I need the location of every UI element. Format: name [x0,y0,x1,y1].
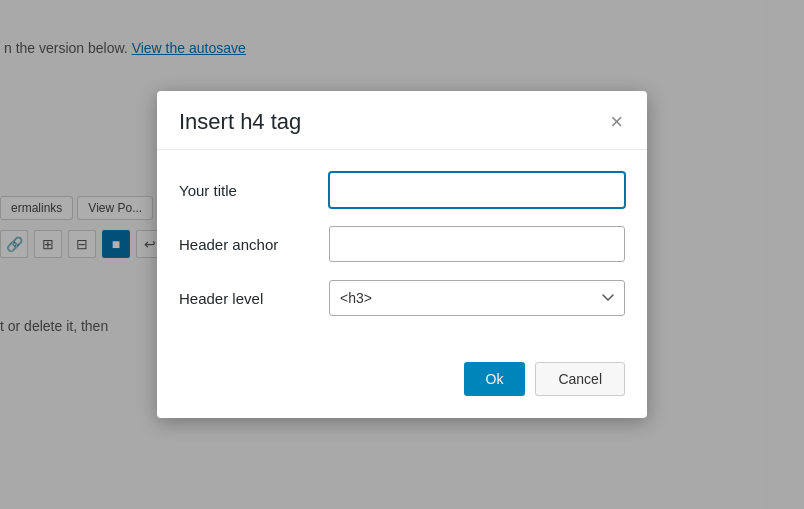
title-input[interactable] [329,172,625,208]
title-row: Your title [179,172,625,208]
anchor-input[interactable] [329,226,625,262]
title-label: Your title [179,182,329,199]
anchor-row: Header anchor [179,226,625,262]
level-row: Header level <h1> <h2> <h3> <h4> <h5> <h… [179,280,625,316]
dialog-footer: Ok Cancel [157,352,647,418]
dialog-close-button[interactable]: × [608,111,625,133]
anchor-label: Header anchor [179,236,329,253]
ok-button[interactable]: Ok [464,362,526,396]
insert-h4-dialog: Insert h4 tag × Your title Header anchor… [157,91,647,418]
cancel-button[interactable]: Cancel [535,362,625,396]
dialog-header: Insert h4 tag × [157,91,647,150]
dialog-title: Insert h4 tag [179,109,301,135]
level-label: Header level [179,290,329,307]
modal-overlay: Insert h4 tag × Your title Header anchor… [0,0,804,509]
level-select[interactable]: <h1> <h2> <h3> <h4> <h5> <h6> [329,280,625,316]
dialog-body: Your title Header anchor Header level <h… [157,150,647,352]
